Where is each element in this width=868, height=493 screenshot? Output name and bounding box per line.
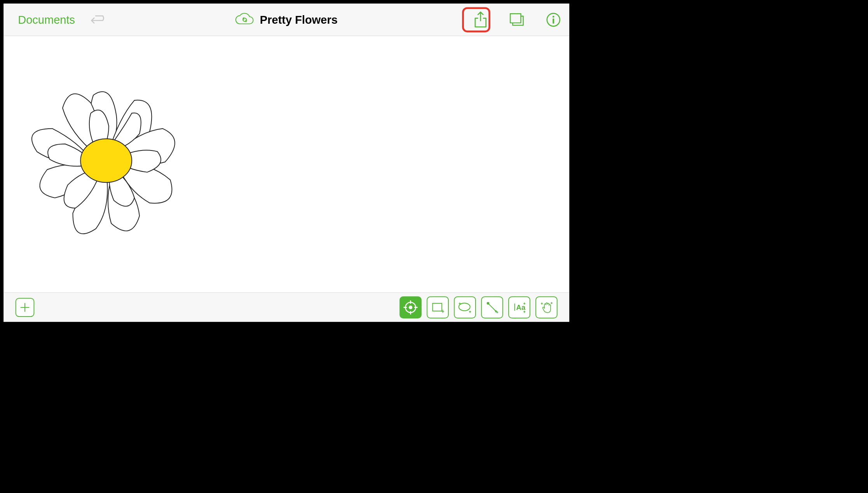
- info-button[interactable]: [546, 12, 561, 28]
- document-title[interactable]: Pretty Flowers: [260, 13, 338, 26]
- undo-button[interactable]: [91, 13, 108, 26]
- app-frame: Documents Pretty Flowers: [0, 0, 573, 325]
- svg-point-9: [487, 302, 490, 304]
- hand-tool-button[interactable]: [535, 296, 558, 318]
- share-button[interactable]: [473, 12, 488, 28]
- crosshair-icon: [403, 300, 418, 315]
- plus-icon: [19, 302, 31, 313]
- target-tool-button[interactable]: [399, 296, 422, 318]
- flower-drawing[interactable]: [11, 70, 206, 255]
- bottom-toolbar: Aa: [3, 292, 569, 322]
- bottom-left-group: [16, 298, 35, 317]
- share-icon: [474, 11, 488, 28]
- svg-rect-7: [432, 303, 442, 311]
- svg-rect-3: [553, 18, 554, 23]
- rectangle-tool-button[interactable]: [427, 296, 449, 318]
- cloud-sync-icon[interactable]: [235, 10, 254, 29]
- ellipse-icon: [457, 300, 473, 315]
- rectangle-icon: [431, 300, 445, 315]
- svg-point-6: [409, 306, 412, 309]
- ellipse-tool-button[interactable]: [454, 296, 476, 318]
- add-button[interactable]: [16, 298, 35, 317]
- text-tool-button[interactable]: Aa: [508, 296, 530, 318]
- top-toolbar: Documents Pretty Flowers: [3, 3, 569, 36]
- info-icon: [546, 12, 561, 27]
- toolbar-center-group: Pretty Flowers: [235, 10, 337, 29]
- svg-point-2: [553, 16, 554, 17]
- bottom-right-group: Aa: [399, 296, 558, 318]
- toolbar-left-group: Documents: [3, 13, 108, 26]
- undo-icon: [91, 14, 108, 25]
- canvases-icon: [509, 12, 525, 27]
- canvases-button[interactable]: [509, 12, 525, 28]
- documents-button[interactable]: Documents: [18, 13, 75, 26]
- hand-icon: [539, 300, 554, 315]
- line-tool-button[interactable]: [481, 296, 503, 318]
- svg-rect-0: [510, 14, 521, 23]
- svg-point-8: [459, 303, 470, 311]
- canvas-area[interactable]: [3, 36, 569, 292]
- svg-point-4: [80, 139, 132, 182]
- toolbar-right-group: [473, 12, 561, 28]
- line-icon: [485, 300, 499, 315]
- text-icon: Aa: [512, 300, 526, 315]
